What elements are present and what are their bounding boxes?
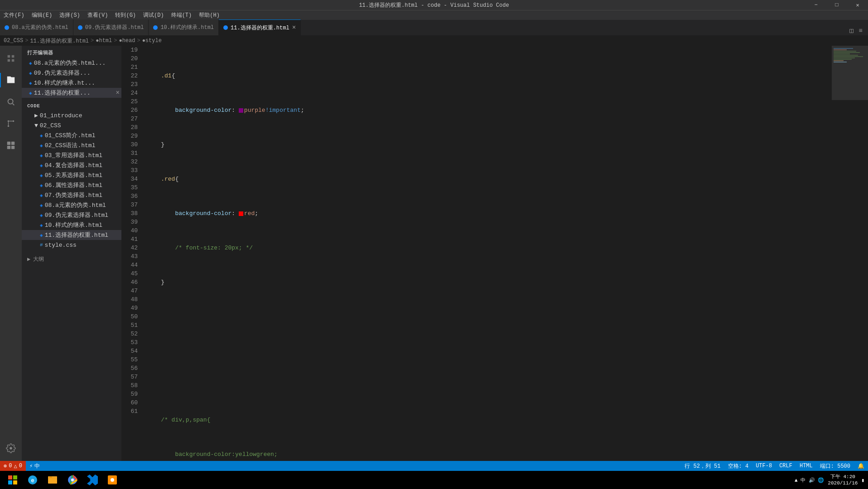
file-icon-css-01: ◈ <box>40 133 43 139</box>
menu-edit[interactable]: 编辑(E) <box>28 10 56 20</box>
file-icon-css-11: ◈ <box>40 232 43 238</box>
code-container[interactable]: 1920212223 2425262728 2930313233 3435363… <box>121 46 832 461</box>
tab-label-3: 10.样式的继承.html <box>160 24 214 31</box>
sidebar-css-style[interactable]: # style.css <box>22 240 121 250</box>
open-file-close-4[interactable]: × <box>116 89 120 96</box>
sidebar-css-07[interactable]: ◈ 07.伪类选择器.html <box>22 190 121 200</box>
breadcrumb-head[interactable]: ●head <box>119 38 135 44</box>
sidebar-css-02[interactable]: ◈ 02_CSS语法.html <box>22 140 121 150</box>
sidebar-outline[interactable]: ▶ 大纲 <box>22 254 121 265</box>
menu-view[interactable]: 查看(V) <box>84 10 112 20</box>
menu-debug[interactable]: 调试(D) <box>140 10 168 20</box>
menu-help[interactable]: 帮助(H) <box>195 10 223 20</box>
file-icon-css-10: ◈ <box>40 222 43 228</box>
taskbar-start[interactable] <box>4 471 22 489</box>
breadcrumb-sep4: > <box>137 38 140 44</box>
svg-rect-8 <box>8 475 12 479</box>
file-icon-2: ◈ <box>29 70 32 76</box>
breadcrumb-css[interactable]: 02_CSS <box>4 38 23 44</box>
more-tabs-button[interactable]: ≡ <box>857 26 864 35</box>
taskbar-system-icons: ▲ 中 🔊 🌐 <box>795 477 824 484</box>
code-line-19: .d1{ <box>147 72 832 80</box>
maximize-button[interactable]: □ <box>826 0 847 10</box>
sidebar-css-09[interactable]: ◈ 09.伪元素选择器.html <box>22 210 121 220</box>
sidebar-css-03[interactable]: ◈ 03_常用选择器.html <box>22 150 121 160</box>
status-port[interactable]: 端口: 5500 <box>816 461 854 471</box>
menu-goto[interactable]: 转到(G) <box>111 10 140 20</box>
status-encoding[interactable]: UTF-8 <box>752 461 776 471</box>
open-file-label-2: 09.伪元素选择器... <box>34 69 91 77</box>
status-language[interactable]: HTML <box>796 461 816 471</box>
code-line-28 <box>147 381 832 390</box>
taskbar-ie[interactable]: e <box>24 471 42 489</box>
sidebar-css-10[interactable]: ◈ 10.样式的继承.html <box>22 220 121 230</box>
menu-select[interactable]: 选择(S) <box>56 10 84 20</box>
svg-rect-5 <box>11 142 14 145</box>
sidebar-css-11-label: 11.选择器的权重.html <box>45 231 108 239</box>
tab-2[interactable]: 09.伪元素选择器.html <box>73 19 149 35</box>
file-icon-css-09: ◈ <box>40 212 43 218</box>
status-remote[interactable]: ⚡ 中 <box>26 461 43 471</box>
menu-terminal[interactable]: 终端(T) <box>168 10 196 20</box>
activity-extensions[interactable] <box>0 134 22 156</box>
sidebar-css-04[interactable]: ◈ 04.复合选择器.html <box>22 160 121 170</box>
sidebar-css-11[interactable]: ◈ 11.选择器的权重.html <box>22 230 121 240</box>
status-notifications[interactable]: 🔔 <box>854 461 868 471</box>
sidebar-02-css[interactable]: ▼ 02_CSS <box>22 120 121 130</box>
svg-point-1 <box>8 125 10 127</box>
status-errors[interactable]: ⊗ 0 △ 0 <box>0 461 26 471</box>
sidebar-code-title[interactable]: CODE <box>22 100 121 110</box>
code-content[interactable]: .d1{ background-color: purple !important… <box>143 46 832 461</box>
code-line-23: background-color: red; <box>147 209 832 218</box>
activity-files[interactable] <box>0 69 22 91</box>
sidebar-label-01: 01_introduce <box>40 112 82 119</box>
sidebar-css-09-label: 09.伪元素选择器.html <box>45 211 108 219</box>
open-file-3[interactable]: ◈ 10.样式的继承.ht... <box>22 78 121 88</box>
activity-explorer[interactable] <box>0 48 22 69</box>
breadcrumb: 02_CSS > 11.选择器的权重.html > ●html > ●head … <box>0 36 868 46</box>
taskbar-time: 下午 4:20 <box>828 474 858 480</box>
breadcrumb-style[interactable]: ●style <box>142 38 162 44</box>
taskbar-vscode[interactable] <box>83 471 101 489</box>
chevron-right-icon: ▶ <box>34 112 38 119</box>
file-icon-css-08: ◈ <box>40 202 43 208</box>
status-line-col[interactable]: 行 52，列 51 <box>681 461 724 471</box>
taskbar-explorer[interactable] <box>43 471 62 489</box>
sidebar-css-01[interactable]: ◈ 01_CSS简介.html <box>22 130 121 140</box>
taskbar-paint[interactable] <box>103 471 121 489</box>
split-editor-button[interactable]: ◫ <box>848 26 855 35</box>
sidebar-css-style-label: style.css <box>45 242 77 249</box>
tab-4[interactable]: 11.选择器的权重.html × <box>219 19 301 35</box>
tab-3[interactable]: 10.样式的继承.html <box>149 19 219 35</box>
activity-settings[interactable] <box>0 437 22 459</box>
sidebar-css-05[interactable]: ◈ 05.关系选择器.html <box>22 170 121 180</box>
tab-close-4[interactable]: × <box>292 24 296 31</box>
file-icon-css-06: ◈ <box>40 182 43 188</box>
sidebar-explorer-title[interactable]: 打开编辑器 <box>22 46 121 58</box>
open-file-2[interactable]: ◈ 09.伪元素选择器... <box>22 68 121 78</box>
open-file-4[interactable]: ◈ 11.选择器的权重... × <box>22 88 121 98</box>
taskbar-chrome[interactable] <box>63 471 82 489</box>
breadcrumb-html[interactable]: ●html <box>96 38 112 44</box>
open-file-1[interactable]: ◈ 08.a元素的伪类.html... <box>22 58 121 68</box>
sidebar-css-08[interactable]: ◈ 08.a元素的伪类.html <box>22 200 121 210</box>
taskbar-show-desktop[interactable]: ▮ <box>861 477 864 483</box>
sidebar-css-06[interactable]: ◈ 06.属性选择器.html <box>22 180 121 190</box>
tab-1[interactable]: 08.a元素的伪类.html <box>0 19 73 35</box>
remote-label: 中 <box>34 462 40 470</box>
close-button[interactable]: ✕ <box>847 0 868 10</box>
file-icon-css-05: ◈ <box>40 173 43 178</box>
breadcrumb-file[interactable]: 11.选择器的权重.html <box>30 37 89 45</box>
menu-file[interactable]: 文件(F) <box>0 10 28 20</box>
status-line-col-label: 行 52，列 51 <box>685 462 720 470</box>
activity-git[interactable] <box>0 113 22 134</box>
activity-search[interactable] <box>0 91 22 113</box>
svg-rect-6 <box>7 146 10 149</box>
status-spaces[interactable]: 空格: 4 <box>724 461 752 471</box>
status-line-ending[interactable]: CRLF <box>776 461 796 471</box>
minimize-button[interactable]: − <box>805 0 826 10</box>
taskbar-date: 2020/11/16 <box>828 480 858 486</box>
sidebar-css-05-label: 05.关系选择器.html <box>45 171 102 179</box>
file-icon-3: ◈ <box>29 80 32 86</box>
sidebar-01-introduce[interactable]: ▶ 01_introduce <box>22 110 121 120</box>
